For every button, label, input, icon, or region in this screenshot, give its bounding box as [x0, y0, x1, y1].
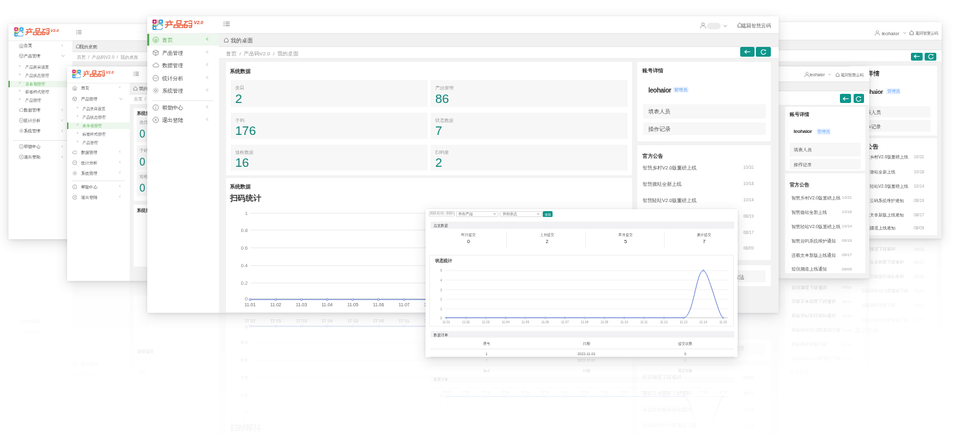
svg-text:11.03: 11.03: [482, 320, 490, 323]
svg-text:11.15: 11.15: [719, 320, 727, 323]
svg-text:11.07: 11.07: [399, 302, 410, 306]
svg-text:11.06: 11.06: [373, 302, 384, 306]
svg-text:1: 1: [245, 211, 248, 216]
svg-text:3: 3: [440, 287, 442, 291]
svg-text:0.2: 0.2: [241, 280, 248, 286]
svg-text:0.8: 0.8: [241, 227, 248, 233]
svg-text:0: 0: [440, 315, 442, 319]
svg-text:11.05: 11.05: [522, 320, 530, 323]
svg-text:11.03: 11.03: [296, 302, 307, 306]
svg-text:11.02: 11.02: [270, 302, 281, 306]
svg-text:11.06: 11.06: [541, 320, 549, 323]
svg-text:1: 1: [440, 307, 442, 311]
svg-text:11.09: 11.09: [601, 320, 609, 323]
svg-text:11.08: 11.08: [581, 320, 589, 323]
svg-text:11.10: 11.10: [620, 320, 628, 323]
svg-text:11.11: 11.11: [641, 320, 648, 323]
svg-text:11.05: 11.05: [347, 302, 358, 306]
svg-text:11.14: 11.14: [700, 320, 708, 323]
svg-text:11.01: 11.01: [442, 320, 450, 323]
svg-text:11.02: 11.02: [462, 320, 470, 323]
svg-text:11.12: 11.12: [660, 320, 668, 323]
svg-text:11.04: 11.04: [322, 302, 333, 306]
svg-text:4: 4: [440, 278, 442, 282]
svg-text:0: 0: [245, 296, 248, 302]
svg-text:11.01: 11.01: [244, 302, 255, 306]
svg-text:2: 2: [440, 297, 442, 301]
svg-text:11.07: 11.07: [561, 320, 569, 323]
svg-text:11.13: 11.13: [680, 320, 687, 323]
svg-text:0.6: 0.6: [241, 245, 248, 251]
svg-text:5: 5: [440, 269, 442, 272]
svg-text:0.4: 0.4: [241, 263, 248, 269]
svg-text:11.04: 11.04: [502, 320, 510, 323]
